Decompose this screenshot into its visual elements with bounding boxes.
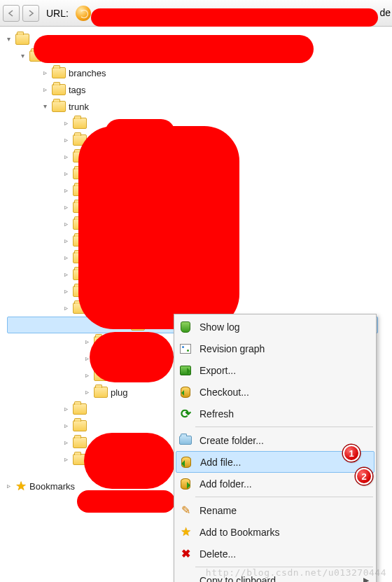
expander-closed-icon[interactable]: ▹	[83, 387, 91, 396]
refresh-icon: ⟳	[178, 407, 192, 421]
log-icon	[178, 320, 192, 334]
repo-globe-icon	[76, 6, 91, 21]
expander-closed-icon[interactable]: ▹	[62, 455, 70, 463]
menu-export[interactable]: Export...	[176, 359, 374, 381]
menu-refresh[interactable]: ⟳ Refresh	[176, 403, 374, 424]
delete-icon: ✖	[178, 547, 192, 561]
menu-add-bookmarks-label: Add to Bookmarks	[200, 527, 369, 538]
bookmark-star-icon: ★	[178, 525, 192, 539]
tree-tags-row[interactable]: ▹ tags	[4, 81, 392, 98]
export-icon	[178, 363, 192, 377]
expander-closed-icon[interactable]: ▹	[62, 152, 70, 160]
tree-plug-label: plug	[111, 387, 128, 398]
tree-branches-row[interactable]: ▹ branches	[4, 64, 392, 81]
expander-open-icon[interactable]: ▾	[4, 34, 13, 43]
expander-closed-icon[interactable]: ▹	[62, 169, 70, 177]
watermark-text: http://blog.csdn.net/u013270444	[206, 567, 386, 578]
create-folder-icon	[178, 434, 192, 448]
tree-bookmarks-label: Bookmarks	[29, 481, 75, 492]
menu-delete[interactable]: ✖ Delete...	[176, 543, 374, 564]
expander-closed-icon[interactable]: ▹	[62, 236, 70, 244]
redaction-blob	[78, 126, 239, 329]
tree-tags-label: tags	[69, 85, 86, 95]
nav-back-button[interactable]	[3, 5, 20, 22]
expander-closed-icon[interactable]: ▹	[62, 253, 70, 261]
menu-revision-graph[interactable]: Revision graph	[176, 338, 374, 359]
folder-icon	[73, 420, 87, 431]
expander-closed-icon[interactable]: ▹	[62, 202, 70, 211]
redaction-blob	[90, 332, 174, 382]
menu-create-folder-label: Create folder...	[200, 435, 369, 446]
folder-icon	[73, 118, 87, 129]
expander-closed-icon[interactable]: ▹	[62, 438, 70, 446]
folder-icon	[73, 403, 87, 415]
menu-separator	[195, 427, 373, 427]
expander-closed-icon[interactable]: ▹	[62, 219, 70, 228]
menu-checkout-label: Checkout...	[200, 387, 369, 398]
tree-branches-label: branches	[69, 68, 106, 78]
redaction-blob	[77, 490, 175, 513]
add-folder-icon	[178, 477, 192, 491]
url-label: URL:	[46, 8, 69, 19]
menu-add-folder[interactable]: Add folder...	[176, 473, 374, 494]
expander-closed-icon[interactable]: ▹	[41, 85, 49, 93]
folder-icon	[94, 387, 108, 398]
menu-show-log[interactable]: Show log	[176, 316, 374, 338]
expander-closed-icon[interactable]: ▹	[62, 135, 70, 144]
menu-refresh-label: Refresh	[200, 408, 369, 420]
folder-icon	[73, 437, 87, 448]
expander-closed-icon[interactable]: ▹	[62, 303, 70, 312]
redaction-blob	[91, 8, 378, 27]
menu-rename-label: Rename	[200, 505, 369, 516]
url-right-fragment: de	[379, 7, 391, 18]
expander-open-icon[interactable]: ▾	[18, 51, 27, 60]
expander-closed-icon[interactable]: ▹	[62, 118, 70, 127]
tree-trunk-row[interactable]: ▾ trunk	[4, 98, 392, 115]
star-icon: ★	[15, 478, 27, 494]
menu-add-file-label: Add file...	[200, 457, 368, 468]
folder-icon	[52, 67, 66, 78]
menu-add-bookmarks[interactable]: ★ Add to Bookmarks	[176, 521, 374, 543]
expander-closed-icon[interactable]: ▹	[62, 421, 70, 429]
menu-separator	[195, 497, 373, 497]
folder-icon	[52, 101, 66, 112]
nav-forward-button[interactable]	[22, 5, 39, 22]
menu-revision-graph-label: Revision graph	[200, 343, 369, 354]
folder-icon	[52, 84, 66, 95]
expander-closed-icon[interactable]: ▹	[83, 337, 91, 345]
expander-closed-icon[interactable]: ▹	[62, 270, 70, 278]
rename-icon: ✎	[178, 504, 192, 518]
expander-closed-icon[interactable]: ▹	[62, 286, 70, 295]
tree-trunk-label: trunk	[69, 102, 89, 112]
menu-export-label: Export...	[200, 365, 369, 376]
menu-show-log-label: Show log	[200, 321, 369, 333]
redaction-blob	[34, 35, 314, 63]
blank-icon	[178, 574, 192, 583]
menu-rename[interactable]: ✎ Rename	[176, 499, 374, 521]
expander-closed-icon[interactable]: ▹	[41, 68, 49, 76]
expander-closed-icon[interactable]: ▹	[62, 404, 70, 413]
redaction-blob	[84, 433, 175, 489]
expander-closed-icon[interactable]: ▹	[83, 370, 91, 379]
expander-closed-icon[interactable]: ▹	[4, 481, 13, 490]
expander-open-icon[interactable]: ▾	[41, 102, 49, 110]
graph-icon	[178, 342, 192, 356]
menu-checkout[interactable]: Checkout...	[176, 381, 374, 403]
menu-delete-label: Delete...	[200, 548, 369, 560]
redaction-blob	[105, 119, 175, 147]
add-file-icon	[179, 455, 193, 469]
expander-closed-icon[interactable]: ▹	[62, 186, 70, 194]
annotation-marker-1: 1	[343, 445, 360, 462]
folder-icon	[15, 34, 29, 45]
annotation-marker-2: 2	[356, 468, 372, 485]
checkout-icon	[178, 385, 192, 399]
menu-add-folder-label: Add folder...	[200, 478, 369, 490]
